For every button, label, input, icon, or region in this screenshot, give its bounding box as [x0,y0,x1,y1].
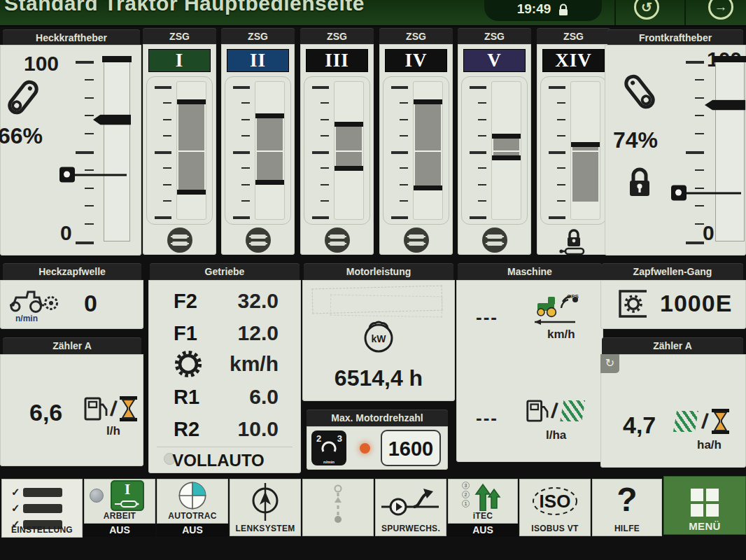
field-hatch-icon [673,411,698,432]
front-hitch-title: Frontkraftheber [607,29,743,46]
toolbar-button-lenksystem[interactable]: LENKSYSTEM [230,479,301,536]
scv-tab: ZSG [221,28,295,45]
counter-a-left-value: 6,6 [29,399,62,426]
sync-badge-icon: ↻ [600,354,619,373]
scv-slider[interactable] [383,76,449,225]
scv-tab: ZSG [300,28,374,45]
scv-tab: ZSG [458,28,531,45]
toolbar-button-isobus[interactable]: ISO ISOBUS VT [519,479,591,536]
scv-flow-bar[interactable] [257,115,283,183]
clock: 19:49 [517,1,551,17]
slash-separator: / [550,399,559,424]
rear-hitch-track[interactable] [104,57,130,241]
scv-column-3: ZSG III [300,28,374,255]
rpm-led-indicator [360,443,370,454]
toolbar-button-itec[interactable]: 3 2 1 iTEC [448,479,518,524]
toolbar-button-einstellung[interactable]: ✓ ✓ ✓ EINSTELLUNG [1,479,83,538]
rear-hitch-percent: 66% [0,123,43,149]
scv-numeral-badge: IV [385,49,447,72]
inactive-implement-icon [328,484,349,526]
iso-globe-icon: ISO [530,484,580,518]
rear-hitch-title: Heckkraftheber [3,29,140,46]
toolbar-button-menu[interactable]: MENÜ [663,476,746,535]
autotrac-icon [174,480,211,511]
pto-gear-value: 1000E [660,290,732,317]
fuel-pump-icon [83,395,108,423]
scv-column-4: ZSG IV [379,28,453,255]
kw-badge-icon: kW [362,316,395,354]
gear-label: R2 [174,418,199,441]
counter-a-left-unit: l/h [106,424,120,438]
scv-flow-bar[interactable] [572,144,598,201]
scv-slider[interactable] [225,76,291,225]
page-title: Standard Traktor Hauptbedienseite [4,0,365,15]
scv-column-2: ZSG II [220,28,295,255]
toolbar-button-hilfe[interactable]: ? HILFE [592,479,662,536]
toolbar-button-arbeit[interactable]: I ARBEIT [84,479,155,524]
front-hitch-track[interactable] [715,57,745,241]
scv-numeral-badge: III [306,49,368,72]
scv-slider[interactable] [461,76,528,225]
scv-valve-icon [246,227,271,253]
transmission-title: Getriebe [150,263,300,280]
engine-hours: 6514,4 h [302,365,455,391]
machine-speed-value: --- [476,307,498,328]
scv-valve-icon [325,227,350,253]
steering-compass-icon [248,482,283,522]
rear-hitch-top-stop [102,56,132,62]
scv-flow-bar[interactable] [415,101,441,188]
scv-valve-icon [482,227,507,253]
autotrac-status: AUS [157,524,228,537]
rpm-memory-icon[interactable]: 2 3 n/min [311,430,346,465]
engine-title: Motorleistung [304,263,453,280]
front-hitch-scale [683,61,704,241]
slash-separator: / [109,397,118,421]
nav-forward-button[interactable]: → [708,0,733,20]
scv-slider[interactable] [540,76,607,225]
pto-gear-icon [616,288,649,319]
nav-back-button[interactable]: ↺ [634,0,659,20]
scv-flow-bar[interactable] [493,135,519,158]
gear-speed: 32.0 [238,289,279,313]
counter-a-right-title: Zähler A [602,337,743,354]
toolbar-button-autotrac[interactable]: AUTOTRAC [157,479,228,524]
scv-lock-icon [558,227,589,258]
scv-numeral-badge: II [227,49,289,72]
gear-label: F1 [174,322,197,345]
toolbar-button-blank[interactable] [302,479,374,536]
scv-column-5: ZSG V [457,28,532,255]
header-divider [684,0,686,27]
scv-flow-bar[interactable] [178,101,204,192]
scv-tab: ZSG [143,28,216,45]
toolbar-button-spurwechs[interactable]: SPURWECHS. [375,479,446,536]
rear-hitch-scale [73,61,94,241]
gear-icon [174,349,203,379]
tractor-gps-icon: GPS [532,293,582,326]
hourglass-icon [119,396,138,421]
arbeit-icon: I [111,480,144,511]
rear-hitch-scale-max: 100 [24,52,59,76]
checklist-icon: ✓ ✓ ✓ [11,486,62,531]
status-sphere-icon [90,489,104,503]
scv-valve-icon [167,227,192,253]
fuel-pump-icon [525,398,549,424]
max-rpm-value[interactable]: 1600 [381,430,441,466]
scv-column-1: ZSG I [142,28,217,255]
counter-a-left-title: Zähler A [3,337,141,354]
counter-a-right-value: 4,7 [623,412,656,439]
machine-title: Maschine [458,263,602,280]
rear-hitch-body[interactable]: 100 66% 0 [0,45,141,255]
scv-slider[interactable] [304,76,370,225]
speed-unit: km/h [230,352,279,376]
slash-separator: / [701,410,710,434]
rear-pto-unit: n/min [15,314,38,323]
front-hitch-body[interactable]: 74% 100 0 [605,45,746,255]
machine-rate-unit: l/ha [546,428,566,442]
gear-label: R1 [174,386,199,409]
scv-flow-bar[interactable] [336,123,362,170]
scv-slider[interactable] [146,76,213,225]
lane-change-icon [380,487,442,518]
top-header: Standard Traktor Hauptbedienseite 19:49 … [0,0,746,27]
transmission-mode: VOLLAUTO [148,451,288,470]
hourglass-icon [711,409,730,434]
